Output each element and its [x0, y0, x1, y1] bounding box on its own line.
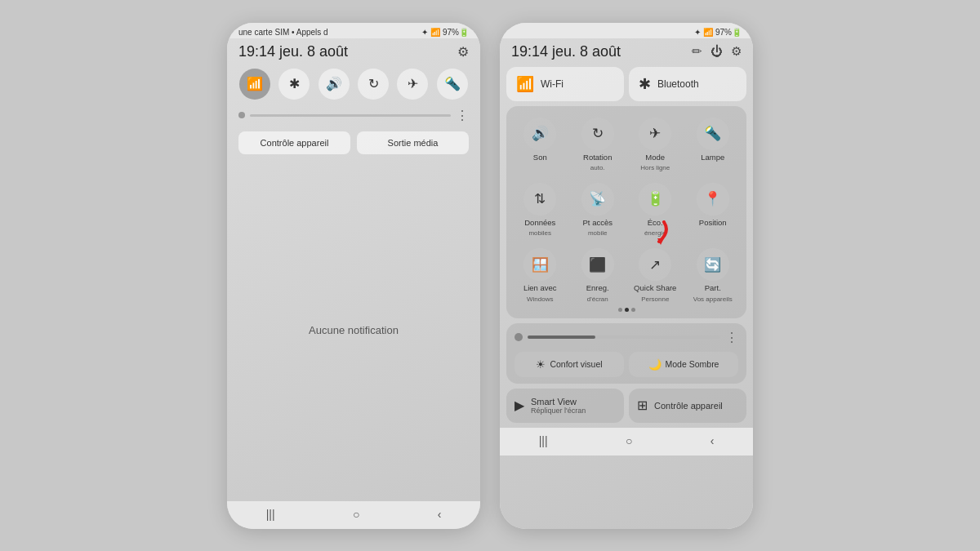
position-tile-circle: 📍 — [697, 183, 729, 216]
home-button[interactable]: ○ — [353, 508, 359, 521]
data-tile[interactable]: ⇅ Données mobiles — [513, 178, 568, 240]
smart-view-text: Smart View Répliquer l'écran — [531, 397, 586, 415]
flashlight-icon: 🔦 — [444, 76, 461, 91]
lampe-label: Lampe — [701, 153, 724, 162]
settings-icon[interactable]: ⚙ — [457, 44, 469, 60]
lien-icon: 🪟 — [532, 256, 549, 273]
sound-toggle[interactable]: 🔊 — [318, 69, 350, 100]
wifi-toggle[interactable]: 📶 — [239, 69, 270, 100]
rotation-icon: ↻ — [592, 125, 604, 142]
airplane-toggle[interactable]: ✈ — [397, 69, 428, 100]
airplane-tile[interactable]: ✈ Mode Hors ligne — [628, 113, 683, 175]
hotspot-label: Pt accès — [583, 218, 612, 227]
bluetooth-status-icon: ✦ — [421, 28, 428, 37]
rotate-toggle[interactable]: ↻ — [358, 69, 389, 100]
left-datetime: 19:14 jeu. 8 août — [238, 43, 348, 60]
control-buttons-row: Contrôle appareil Sortie média — [227, 127, 480, 159]
back-button[interactable]: ‹ — [438, 508, 442, 521]
more-options-icon[interactable]: ⋮ — [456, 108, 469, 123]
rotation-tile[interactable]: ↻ Rotation auto. — [571, 113, 626, 175]
brightness-dot-icon — [238, 112, 245, 118]
partage-tile[interactable]: 🔄 Part. Vos appareils — [686, 243, 741, 305]
right-back-button[interactable]: ‹ — [710, 434, 715, 447]
right-recent-button[interactable]: ||| — [539, 434, 548, 447]
lampe-tile-circle: 🔦 — [697, 118, 729, 150]
right-battery-text: 97%🔋 — [715, 28, 742, 37]
smart-view-tile[interactable]: ▶ Smart View Répliquer l'écran — [506, 389, 624, 423]
quickshare-tile[interactable]: ↗ Quick Share Personne — [628, 243, 683, 305]
right-datetime: 19:14 jeu. 8 août — [511, 43, 621, 60]
brightness-more-icon[interactable]: ⋮ — [725, 330, 738, 345]
position-tile[interactable]: 📍 Position — [686, 178, 741, 240]
wifi-tile-icon: 📶 — [516, 75, 534, 93]
left-status-icons: ✦ 📶 97%🔋 — [421, 28, 469, 37]
lien-tile[interactable]: 🪟 Lien avec Windows — [513, 243, 568, 305]
data-tile-circle: ⇅ — [523, 183, 556, 216]
recent-apps-button[interactable]: ||| — [266, 508, 275, 521]
page-dot-3 — [631, 308, 635, 312]
eco-sub: énergie — [644, 229, 666, 237]
son-tile[interactable]: 🔊 Son — [513, 113, 568, 175]
media-output-button[interactable]: Sortie média — [357, 131, 469, 154]
bluetooth-icon: ✱ — [289, 76, 300, 91]
signal-icon: 📶 — [430, 28, 440, 37]
right-settings-icon[interactable]: ⚙ — [731, 44, 742, 59]
eco-tile[interactable]: 🔋 Éco. énergie — [628, 178, 683, 240]
flashlight-toggle[interactable]: 🔦 — [437, 69, 468, 100]
right-status-bar: ✦ 📶 97%🔋 — [500, 23, 753, 38]
bluetooth-toggle[interactable]: ✱ — [278, 69, 310, 100]
sun-icon: ☀ — [536, 358, 546, 371]
son-icon: 🔊 — [532, 125, 549, 142]
lien-sub: Windows — [527, 295, 553, 303]
carrier-text: une carte SIM • Appels d — [238, 28, 328, 37]
power-icon[interactable]: ⏻ — [710, 44, 723, 59]
eco-label: Éco. — [648, 218, 663, 227]
moon-icon: 🌙 — [648, 358, 662, 371]
quickshare-tile-circle: ↗ — [639, 248, 671, 281]
edit-icon[interactable]: ✏ — [692, 44, 702, 59]
brightness-fill — [528, 335, 595, 339]
right-home-button[interactable]: ○ — [626, 434, 632, 447]
top-tiles-row: 📶 Wi-Fi ✱ Bluetooth — [500, 67, 753, 101]
confort-label: Confort visuel — [550, 359, 602, 369]
brightness-row: ⋮ — [227, 104, 480, 127]
device-control-button[interactable]: Contrôle appareil — [238, 131, 350, 154]
smart-view-sub: Répliquer l'écran — [531, 407, 586, 415]
lampe-tile[interactable]: 🔦 Lampe — [686, 113, 741, 175]
page-dots — [513, 306, 740, 312]
bluetooth-tile-label: Bluetooth — [657, 78, 699, 90]
controle-label: Contrôle appareil — [654, 401, 723, 411]
hotspot-tile[interactable]: 📡 Pt accès mobile — [571, 178, 626, 240]
son-tile-circle: 🔊 — [523, 118, 556, 150]
controle-tile[interactable]: ⊞ Contrôle appareil — [629, 389, 746, 423]
quickshare-label: Quick Share — [634, 283, 676, 292]
partage-label: Part. — [705, 283, 721, 292]
airplane-sub: Hors ligne — [640, 164, 670, 171]
right-brightness-slider[interactable] — [528, 335, 720, 339]
quickshare-sub: Personne — [641, 295, 669, 303]
wifi-tile-label: Wi-Fi — [541, 78, 564, 90]
grid-tiles-container: 🔊 Son ↻ Rotation auto. ✈ Mode Hors — [506, 106, 746, 318]
eco-icon: 🔋 — [647, 190, 664, 207]
no-notification-text: Aucune notification — [309, 324, 399, 336]
quickshare-icon: ↗ — [649, 256, 661, 273]
battery-text: 97%🔋 — [443, 28, 469, 37]
quick-panel: 19:14 jeu. 8 août ✏ ⏻ ⚙ 📶 Wi-Fi ✱ Blueto… — [500, 38, 753, 529]
right-status-icons: ✦ 📶 97%🔋 — [694, 28, 742, 37]
page-dot-2 — [625, 308, 629, 312]
bluetooth-tile[interactable]: ✱ Bluetooth — [629, 67, 746, 101]
confort-visuel-button[interactable]: ☀ Confort visuel — [514, 352, 624, 377]
right-bluetooth-icon: ✦ — [694, 28, 701, 37]
rotation-tile-circle: ↻ — [581, 118, 614, 150]
mode-sombre-button[interactable]: 🌙 Mode Sombre — [629, 352, 738, 377]
lien-tile-circle: 🪟 — [523, 248, 556, 281]
hotspot-tile-circle: 📡 — [581, 183, 614, 216]
brightness-slider[interactable] — [250, 114, 451, 117]
controle-text: Contrôle appareil — [654, 401, 723, 411]
wifi-tile[interactable]: 📶 Wi-Fi — [506, 67, 624, 101]
bottom-tiles-row: ▶ Smart View Répliquer l'écran ⊞ Contrôl… — [500, 389, 753, 423]
brightness-section: ⋮ ☀ Confort visuel 🌙 Mode Sombre — [506, 323, 746, 384]
left-nav-bar: ||| ○ ‹ — [227, 501, 480, 529]
enreg-tile[interactable]: ⬛ Enreg. d'écran — [571, 243, 626, 305]
airplane-tile-circle: ✈ — [639, 118, 671, 150]
